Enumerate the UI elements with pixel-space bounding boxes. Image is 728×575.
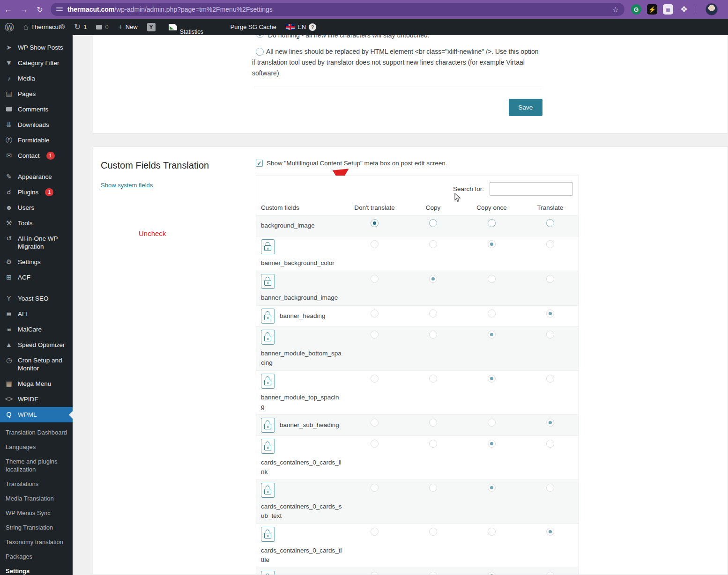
language-menu[interactable]: EN?: [281, 19, 321, 35]
address-bar[interactable]: thermacut.com/wp-admin/admin.php?page=tm…: [51, 3, 624, 16]
sidebar-item-speed-optimizer[interactable]: ▲Speed Optimizer: [0, 337, 73, 353]
radio-don-t-translate: [371, 375, 379, 383]
afi-icon: ≣: [5, 310, 13, 318]
sidebar-item-settings[interactable]: ⚙Settings: [0, 254, 73, 270]
notification-badge: 1: [45, 188, 53, 196]
updates-menu[interactable]: ↻1: [69, 19, 91, 35]
sidebar-item-media[interactable]: ♪Media: [0, 71, 73, 86]
submenu-item-media-translation[interactable]: Media Translation: [0, 491, 73, 506]
sidebar-item-users[interactable]: ☻Users: [0, 200, 73, 215]
sidebar-item-category-filter[interactable]: ▼Category Filter: [0, 55, 73, 71]
url-text[interactable]: thermacut.com/wp-admin/admin.php?page=tm…: [67, 6, 273, 13]
bookmark-star-icon[interactable]: ☆: [612, 5, 619, 14]
sidebar-item-label: Downloads: [18, 121, 49, 129]
extensions-puzzle-icon[interactable]: ❖: [679, 4, 689, 15]
statistics-menu[interactable]: Statistics: [160, 19, 208, 35]
sidebar-item-yoast-seo[interactable]: YYoast SEO: [0, 291, 73, 306]
option-cell: [345, 306, 404, 326]
sidebar-item-acf[interactable]: ⊞ACF: [0, 270, 73, 285]
submenu-item-string-translation[interactable]: String Translation: [0, 520, 73, 535]
sidebar-item-cron-setup-and-monitor[interactable]: ◷Cron Setup and Monitor: [0, 353, 73, 376]
comments-menu[interactable]: 0: [91, 19, 113, 35]
sidebar-item-formidable[interactable]: ⒻFormidable: [0, 133, 73, 148]
sidebar-item-wp-show-posts[interactable]: ➤WP Show Posts: [0, 40, 73, 55]
submenu-item-translations[interactable]: Translations: [0, 477, 73, 491]
forward-icon[interactable]: →: [16, 5, 32, 15]
site-home-menu[interactable]: ⌂Thermacut®: [19, 19, 69, 35]
sidebar-item-label: Plugins: [18, 188, 38, 196]
option-cell: [404, 215, 462, 236]
profile-avatar[interactable]: [706, 3, 718, 15]
column-custom-fields: Custom fields: [256, 204, 345, 211]
submenu-item-theme-and-plugins-localization[interactable]: Theme and plugins localization: [0, 454, 73, 477]
yoast-menu[interactable]: Y: [142, 19, 160, 35]
option-cell: [521, 215, 579, 236]
new-content-menu[interactable]: +New: [113, 19, 142, 35]
sidebar-item-all-in-one-wp-migration[interactable]: ↺All-in-One WP Migration: [0, 231, 73, 254]
sidebar-item-label: Appearance: [18, 173, 52, 181]
option-cell: [404, 480, 462, 523]
lock-icon: [261, 274, 275, 289]
option-cell: [345, 415, 404, 435]
sidebar-item-afi[interactable]: ≣AFI: [0, 306, 73, 322]
radio-replace-newlines[interactable]: [256, 48, 264, 56]
submenu-item-wp-menus-sync[interactable]: WP Menus Sync: [0, 506, 73, 520]
metabox-checkbox[interactable]: ✓: [256, 160, 263, 167]
show-system-fields-link[interactable]: Show system fields: [101, 182, 153, 189]
custom-field-cell: cards_containers_0_cards_tittle: [256, 524, 345, 568]
help-icon[interactable]: ?: [309, 23, 316, 31]
sidebar-item-malcare[interactable]: ≡MalCare: [0, 322, 73, 337]
sidebar-item-wpide[interactable]: <>WPIDE: [0, 391, 73, 407]
sidebar-item-label: WPML: [18, 411, 37, 419]
site-settings-icon[interactable]: [56, 7, 63, 12]
radio-copy-once[interactable]: [488, 219, 496, 227]
notification-badge: 1: [46, 152, 55, 160]
search-input[interactable]: [490, 182, 573, 196]
table-search-row: Search for:: [256, 176, 579, 200]
table-header-row: Custom fields Don't translate Copy Copy …: [256, 200, 579, 215]
metabox-setting: ✓ Show "Multilingual Content Setup" meta…: [256, 160, 447, 167]
column-copy: Copy: [404, 204, 462, 211]
submenu-item-packages[interactable]: Packages: [0, 549, 73, 564]
radio-translate: [546, 375, 554, 383]
grammarly-extension-icon[interactable]: G: [631, 4, 641, 15]
column-dont-translate: Don't translate: [345, 204, 404, 211]
radio-copy[interactable]: [429, 219, 437, 227]
sidebar-item-mega-menu[interactable]: ▦Mega Menu: [0, 376, 73, 391]
sidebar-item-wpml[interactable]: QWPML: [0, 407, 73, 422]
option-cell: [521, 236, 579, 271]
radio-don-t-translate[interactable]: [371, 219, 379, 227]
submenu-item-languages[interactable]: Languages: [0, 440, 73, 454]
custom-field-name: cards_containers_0_cards_link: [261, 458, 342, 477]
extensions-area: G ⚡ ▦ ❖: [631, 3, 720, 15]
radio-translate[interactable]: [546, 219, 554, 227]
option-cell: [345, 524, 404, 568]
sidebar-menu: ➤WP Show Posts▼Category Filter♪Media▤Pag…: [0, 40, 73, 422]
sidebar-item-appearance[interactable]: ✎Appearance: [0, 169, 73, 184]
lightning-extension-icon[interactable]: ⚡: [647, 4, 657, 15]
custom-field-name: banner_background_color: [261, 258, 342, 268]
purge-cache-menu[interactable]: Purge SG Cache: [226, 19, 281, 35]
save-button[interactable]: Save: [509, 99, 542, 116]
wp-logo-menu[interactable]: Ⓦ: [0, 19, 19, 35]
sidebar-item-pages[interactable]: ▤Pages: [0, 86, 73, 102]
sidebar-item-contact[interactable]: ✉Contact1: [0, 148, 73, 163]
sidebar-item-tools[interactable]: ⚒Tools: [0, 215, 73, 231]
radio-copy-once: [488, 375, 496, 383]
back-icon[interactable]: ←: [0, 5, 16, 15]
submenu-item-settings[interactable]: Settings: [0, 564, 73, 575]
sidebar-item-plugins[interactable]: ☌Plugins1: [0, 184, 73, 200]
reload-icon[interactable]: ↻: [32, 5, 48, 14]
radio-copy: [429, 240, 437, 248]
misc-extension-icon[interactable]: ▦: [663, 4, 673, 15]
sidebar-item-downloads[interactable]: ⇊Downloads: [0, 117, 73, 133]
submenu-item-translation-dashboard[interactable]: Translation Dashboard: [0, 425, 73, 440]
migration-icon: ↺: [5, 235, 13, 243]
radio-copy-once: [488, 440, 496, 448]
submenu-item-taxonomy-translation[interactable]: Taxonomy translation: [0, 535, 73, 549]
sidebar-item-label: Contact: [18, 152, 40, 160]
sidebar-item-label: Comments: [18, 105, 48, 113]
browser-toolbar: ← → ↻ thermacut.com/wp-admin/admin.php?p…: [0, 0, 728, 19]
radio-copy: [429, 484, 437, 492]
sidebar-item-comments[interactable]: Comments: [0, 102, 73, 117]
